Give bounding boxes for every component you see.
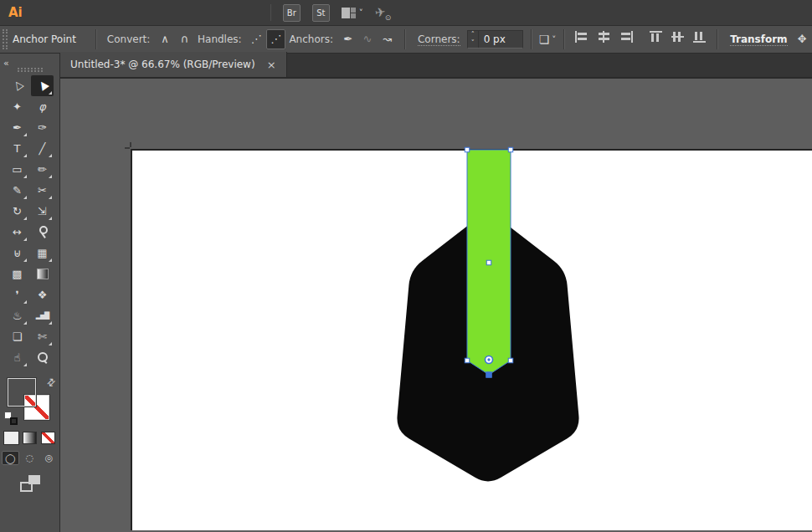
align-center-icon xyxy=(597,31,611,43)
gradient-button[interactable] xyxy=(23,432,37,444)
show-handles-icon: ⋰ xyxy=(270,33,281,45)
anchors-label: Anchors: xyxy=(289,33,333,45)
step-down-icon[interactable]: ˅ xyxy=(468,39,478,48)
cut-path-icon: ∿ xyxy=(363,33,373,45)
symbol-sprayer-tool[interactable]: ♨ xyxy=(6,305,28,326)
align-vertical-bottom-button[interactable] xyxy=(689,29,709,49)
color-button[interactable] xyxy=(4,432,18,444)
column-graph-tool[interactable]: ▂▅█ xyxy=(31,305,54,326)
mesh-tool[interactable]: ▩ xyxy=(6,263,28,284)
workspace-switcher-button[interactable]: ˅ xyxy=(342,8,363,18)
hand-tool[interactable]: ☝ xyxy=(6,347,28,368)
stock-button[interactable]: St xyxy=(312,4,330,22)
fill-color-swatch[interactable] xyxy=(8,378,36,407)
paintbrush-tool[interactable]: ✏ xyxy=(31,159,54,180)
corners-input[interactable] xyxy=(479,33,522,45)
draw-inside-icon: ◎ xyxy=(45,453,54,463)
anchor-point[interactable] xyxy=(508,358,513,363)
panel-grip[interactable] xyxy=(3,29,8,49)
direct-selection-tool[interactable]: ▶ xyxy=(31,75,54,96)
draw-inside-button[interactable]: ◎ xyxy=(40,451,58,465)
align-top-icon xyxy=(649,31,663,43)
draw-behind-button[interactable]: ◌ xyxy=(21,451,39,465)
default-fill-stroke-icon[interactable] xyxy=(4,412,18,425)
show-handles-button[interactable]: ⋰ xyxy=(266,29,285,49)
power-icon: ⊙ xyxy=(385,13,392,22)
pen-tool[interactable]: ✒ xyxy=(6,117,28,138)
bridge-button[interactable]: Br xyxy=(283,4,301,22)
collapse-panel-button[interactable]: « xyxy=(0,57,9,69)
handles-label: Handles: xyxy=(198,33,242,45)
canvas[interactable] xyxy=(60,79,812,532)
connect-path-button[interactable]: ↝ xyxy=(378,29,397,49)
rectangle-tool[interactable]: ▭ xyxy=(6,159,28,180)
anchor-point[interactable] xyxy=(486,372,492,378)
live-corner-widget-dot xyxy=(487,358,490,361)
align-middle-icon xyxy=(671,31,685,43)
align-vertical-top-button[interactable] xyxy=(645,29,666,49)
gradient-tool[interactable] xyxy=(31,263,54,284)
anchor-point[interactable] xyxy=(465,147,470,152)
align-vertical-center-button[interactable] xyxy=(667,29,687,49)
scale-tool[interactable]: ⇲ xyxy=(31,201,54,222)
lasso-tool[interactable]: φ xyxy=(31,96,54,117)
isolate-icon: ✥ xyxy=(798,33,807,45)
menubar-right: Br St ˅ ✈ ⊙ xyxy=(270,4,386,22)
artboard-tool[interactable]: ❏ xyxy=(6,326,28,347)
perspective-grid-tool[interactable]: ▦ xyxy=(31,243,54,263)
blend-tool[interactable]: ❖ xyxy=(31,284,54,305)
app-logo: Ai xyxy=(0,5,33,20)
convert-to-corner-button[interactable]: ∧ xyxy=(155,29,174,49)
none-button[interactable] xyxy=(41,432,55,444)
curvature-tool[interactable]: ✑ xyxy=(31,117,54,138)
scissors-tool[interactable]: ✂ xyxy=(31,180,54,201)
align-left-icon xyxy=(575,31,589,43)
magic-wand-tool[interactable]: ✦ xyxy=(6,96,28,117)
puppet-warp-tool[interactable] xyxy=(31,222,54,243)
shape-builder-tool[interactable]: ⊎ xyxy=(6,243,28,263)
gpu-performance-icon[interactable]: ✈ ⊙ xyxy=(375,5,386,20)
type-tool[interactable]: T xyxy=(6,138,28,159)
anchor-point[interactable] xyxy=(465,358,470,363)
anchor-point[interactable] xyxy=(508,147,513,152)
corners-link[interactable]: Corners: xyxy=(418,33,460,46)
hide-handles-button[interactable]: ⋰ xyxy=(247,29,266,49)
divider xyxy=(563,29,564,49)
center-point-marker[interactable] xyxy=(486,260,491,265)
divider xyxy=(270,4,271,21)
align-horizontal-center-button[interactable] xyxy=(594,29,614,49)
convert-to-smooth-button[interactable]: ∩ xyxy=(175,29,194,49)
panel-grip[interactable] xyxy=(18,68,43,72)
slice-tool[interactable]: ✄ xyxy=(31,326,54,347)
step-up-icon[interactable]: ˄ xyxy=(468,31,478,39)
appearance-style-dropdown[interactable]: ❏ ˅ xyxy=(539,33,557,46)
cut-path-button[interactable]: ∿ xyxy=(357,29,377,49)
remove-anchor-button[interactable]: ✒ xyxy=(338,29,357,49)
shaper-tool[interactable]: ✎ xyxy=(6,180,28,201)
align-horizontal-left-button[interactable] xyxy=(572,29,592,49)
divider xyxy=(404,29,405,49)
document-tab-title: Untitled-3* @ 66.67% (RGB/Preview) xyxy=(70,59,255,70)
eyedropper-tool[interactable]: ❜ xyxy=(6,284,28,305)
fill-stroke-widget: ⇄ xyxy=(4,376,56,428)
draw-normal-button[interactable]: ◯ xyxy=(2,451,19,465)
width-tool[interactable]: ↔ xyxy=(6,222,28,243)
tools-panel: « ▷▶✦φ✒✑T╱▭✏✎✂↻⇲↔⊎▦▩❜❖♨▂▅█❏✄☝ ⇄ ◯ ◌ ◎ xyxy=(0,54,60,532)
align-horizontal-right-button[interactable] xyxy=(615,29,635,49)
selection-tool[interactable]: ▷ xyxy=(6,75,28,96)
corners-field: ˄ ˅ xyxy=(467,30,523,49)
zoom-tool[interactable] xyxy=(31,347,54,368)
isolate-selection-button[interactable]: ✥ xyxy=(793,29,812,49)
swap-fill-stroke-icon[interactable]: ⇄ xyxy=(44,375,59,389)
transform-link[interactable]: Transform xyxy=(730,33,787,46)
rotate-tool[interactable]: ↻ xyxy=(6,201,28,222)
canvas-svg[interactable] xyxy=(60,79,812,530)
pen-remove-icon: ✒ xyxy=(343,33,352,45)
document-tab[interactable]: Untitled-3* @ 66.67% (RGB/Preview) × xyxy=(60,52,287,77)
divider xyxy=(717,29,717,49)
change-screen-mode-button[interactable] xyxy=(20,475,40,492)
tab-close-icon[interactable]: × xyxy=(267,59,276,71)
workspace-layout-icon xyxy=(342,8,356,18)
line-segment-tool[interactable]: ╱ xyxy=(31,138,54,159)
document-tab-bar: Untitled-3* @ 66.67% (RGB/Preview) × xyxy=(60,54,812,79)
